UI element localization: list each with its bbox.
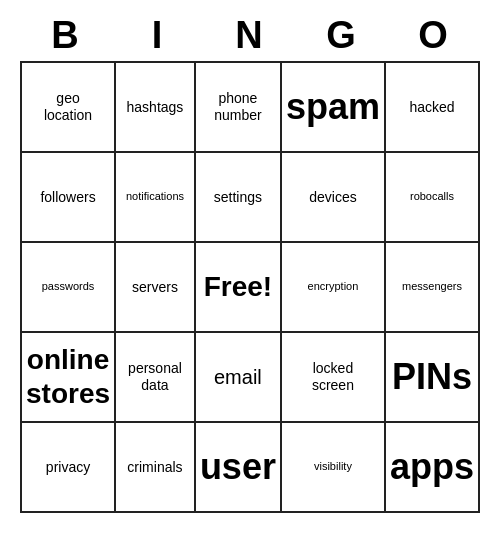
cell-r1-c0: followers — [22, 153, 116, 243]
cell-text: hacked — [409, 99, 454, 116]
cell-text: lockedscreen — [312, 360, 354, 394]
cell-r4-c0: privacy — [22, 423, 116, 513]
cell-text: PINs — [392, 355, 472, 398]
header-letter: I — [112, 10, 204, 61]
cell-r0-c3: spam — [282, 63, 386, 153]
cell-r0-c1: hashtags — [116, 63, 196, 153]
cell-r1-c4: robocalls — [386, 153, 480, 243]
cell-r1-c3: devices — [282, 153, 386, 243]
cell-text: email — [214, 365, 262, 389]
cell-r0-c2: phonenumber — [196, 63, 282, 153]
cell-text: messengers — [402, 280, 462, 293]
cell-r0-c0: geolocation — [22, 63, 116, 153]
cell-r3-c2: email — [196, 333, 282, 423]
cell-r3-c4: PINs — [386, 333, 480, 423]
cell-text: user — [200, 445, 276, 488]
cell-r1-c2: settings — [196, 153, 282, 243]
cell-text: privacy — [46, 459, 90, 476]
cell-text: devices — [309, 189, 356, 206]
bingo-card: BINGO geolocationhashtagsphonenumberspam… — [20, 10, 480, 513]
cell-text: servers — [132, 279, 178, 296]
cell-text: followers — [40, 189, 95, 206]
cell-r2-c4: messengers — [386, 243, 480, 333]
cell-text: visibility — [314, 460, 352, 473]
header-letter: O — [388, 10, 480, 61]
cell-r4-c1: criminals — [116, 423, 196, 513]
cell-r2-c0: passwords — [22, 243, 116, 333]
cell-text: passwords — [42, 280, 95, 293]
header-letter: B — [20, 10, 112, 61]
cell-r4-c4: apps — [386, 423, 480, 513]
cell-r3-c1: personaldata — [116, 333, 196, 423]
cell-r0-c4: hacked — [386, 63, 480, 153]
cell-text: hashtags — [127, 99, 184, 116]
cell-r1-c1: notifications — [116, 153, 196, 243]
bingo-header: BINGO — [20, 10, 480, 61]
cell-text: spam — [286, 85, 380, 128]
cell-r2-c3: encryption — [282, 243, 386, 333]
cell-text: apps — [390, 445, 474, 488]
cell-r4-c3: visibility — [282, 423, 386, 513]
cell-text: notifications — [126, 190, 184, 203]
cell-text: robocalls — [410, 190, 454, 203]
cell-text: encryption — [308, 280, 359, 293]
cell-text: settings — [214, 189, 262, 206]
bingo-grid: geolocationhashtagsphonenumberspamhacked… — [20, 61, 480, 513]
cell-text: phonenumber — [214, 90, 261, 124]
cell-r3-c0: onlinestores — [22, 333, 116, 423]
header-letter: G — [296, 10, 388, 61]
cell-r2-c1: servers — [116, 243, 196, 333]
cell-text: onlinestores — [26, 343, 110, 410]
cell-text: Free! — [204, 270, 272, 304]
header-letter: N — [204, 10, 296, 61]
cell-text: geolocation — [44, 90, 92, 124]
cell-text: personaldata — [128, 360, 182, 394]
cell-r4-c2: user — [196, 423, 282, 513]
cell-r2-c2: Free! — [196, 243, 282, 333]
cell-text: criminals — [127, 459, 182, 476]
cell-r3-c3: lockedscreen — [282, 333, 386, 423]
